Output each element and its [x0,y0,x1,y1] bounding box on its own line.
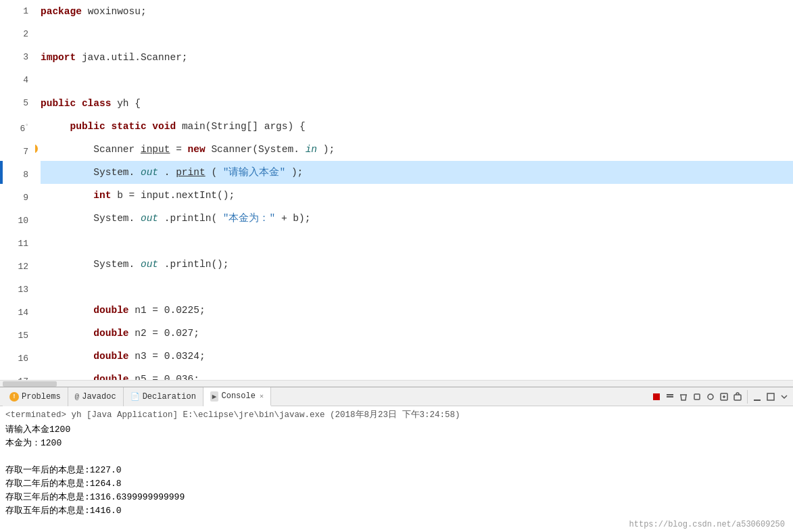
editor-area: 1 2 3 4 5 6° 7 8 9 10 11 12 13 14 15 16 … [0,0,793,387]
line-num-2: 2 [0,23,28,46]
line-num-3: 3 [0,46,28,69]
keyword-public-1: public [41,98,76,109]
line-num-17: 17 [0,370,28,380]
console-output-line-2: 本金为：1200 [5,437,788,450]
keyword-double-1: double [93,305,128,316]
line-num-16: 16 [0,347,28,370]
line-num-10: 10 [0,210,28,233]
remove-launch-btn[interactable] [664,391,676,403]
system-class-2: System. [93,213,135,224]
code-line-17: double n5 = 0.036; [41,368,793,380]
svg-rect-3 [694,394,700,400]
method-print: print [176,167,206,178]
class-name: yh { [117,98,141,109]
console-output-line-6: 存取三年后的本息是:1316.6399999999999 [5,491,788,504]
field-out-3: out [141,259,158,270]
field-out-1: out [141,167,158,178]
terminate-btn[interactable] [650,391,663,403]
system-class-3: System. [93,259,135,270]
svg-rect-0 [653,393,660,400]
console-output-line-7: 存取五年后的本息是:1416.0 [5,504,788,518]
console-output-line-1: 请输入本金1200 [5,423,788,437]
keyword-int: int [93,190,111,201]
declaration-icon: 📄 [130,392,140,401]
code-content[interactable]: package woxinwosu; import java.util.Scan… [35,0,793,380]
clear-console-btn[interactable] [677,391,690,403]
watermark-text: https://blog.csdn.net/a530609250 [5,520,788,529]
line-num-14: 14 [0,301,28,324]
tab-console[interactable]: ▶ Console ✕ [203,387,271,406]
keyword-double-4: double [93,374,128,380]
code-line-1: package woxinwosu; [41,0,793,23]
line-num-1: 1 [0,0,28,23]
keyword-void: void [152,121,176,132]
keyword-new: new [188,144,206,155]
console-icon: ▶ [210,391,219,402]
line-num-6: 6° [0,115,28,141]
keyword-class: class [82,98,112,109]
keyword-double-3: double [93,351,128,362]
minimize-btn[interactable] [751,391,763,403]
line-num-5: 5 [0,92,28,115]
maximize-btn[interactable] [765,391,777,403]
pin-console-btn[interactable] [704,391,717,403]
scrollbar-thumb[interactable] [3,381,57,387]
scroll-lock-btn[interactable] [691,391,703,403]
code-line-12: System. out .println(); [41,253,793,276]
problems-icon: ! [9,392,19,402]
console-close-hint: ✕ [260,392,264,400]
field-in: in [306,144,317,155]
keyword-public-2: public [70,121,105,132]
code-line-16: double n3 = 0.0324; [41,345,793,368]
chevron-down-btn[interactable] [778,391,790,403]
line-num-12: 12 [0,256,28,279]
code-line-14: double n1 = 0.0225; [41,299,793,322]
svg-rect-8 [734,395,741,400]
code-line-5: public class yh { [41,92,793,115]
line-num-9: 9 [0,187,28,210]
bottom-panel: ! Problems @ Javadoc 📄 Declaration ▶ Con… [0,387,793,532]
string-literal-2: "本金为：" [223,213,275,224]
code-line-4 [41,69,793,92]
console-output-line-4: 存取一年后的本息是:1227.0 [5,464,788,477]
keyword-import: import [41,52,76,63]
keyword-static: static [111,121,146,132]
svg-point-4 [708,394,713,400]
tab-problems-label: Problems [22,392,61,402]
code-line-2 [41,23,793,46]
system-class-1: System. [93,167,135,178]
console-toolbar [650,390,790,404]
tab-javadoc-label: Javadoc [82,392,116,402]
new-console-btn[interactable] [718,391,730,403]
scanner-class: Scanner [93,144,141,155]
field-out-2: out [141,213,158,224]
tab-console-label: Console [221,391,255,401]
code-line-10: System. out .println( "本金为：" + b); [41,207,793,230]
keyword-package: package [41,6,82,17]
tab-javadoc[interactable]: @ Javadoc [68,387,124,406]
package-name: woxinwosu; [88,6,147,17]
code-line-13 [41,276,793,299]
line-numbers: 1 2 3 4 5 6° 7 8 9 10 11 12 13 14 15 16 … [0,0,35,380]
keyword-double-2: double [93,328,128,339]
svg-rect-10 [767,393,774,400]
horizontal-scrollbar[interactable] [0,380,793,387]
line-num-8: 8 [0,164,28,187]
tab-declaration-label: Declaration [143,392,196,402]
code-line-8: System. out . print ( "请输入本金" ); [41,161,793,184]
var-input: input [141,144,170,155]
line-num-15: 15 [0,324,28,347]
tab-problems[interactable]: ! Problems [3,387,68,406]
warning-icon-line7: ! [35,144,38,153]
console-output-line-5: 存取二年后的本息是:1264.8 [5,477,788,491]
open-console-btn[interactable] [731,391,744,403]
method-name: main(String[] args) { [182,121,306,132]
tab-declaration[interactable]: 📄 Declaration [124,387,203,406]
javadoc-icon: @ [75,393,80,401]
line-num-11: 11 [0,233,28,256]
code-line-3: import java.util.Scanner; [41,46,793,69]
line-num-13: 13 [0,279,28,301]
current-line-indicator [0,161,3,184]
code-line-9: int b = input.nextInt(); [41,184,793,207]
code-line-6: public static void main(String[] args) { [41,115,793,138]
